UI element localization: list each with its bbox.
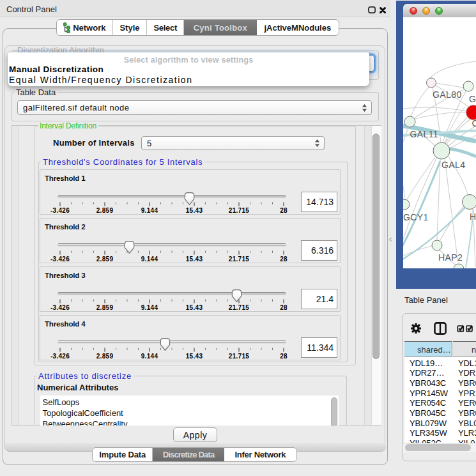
svg-text:H: H [470,211,476,222]
svg-text:GA: GA [469,94,476,104]
svg-text:C: C [472,118,476,128]
svg-text:GAL80: GAL80 [433,89,462,100]
svg-text:GCY1: GCY1 [403,212,429,222]
svg-text:GAL4: GAL4 [441,160,465,170]
svg-text:GAL11: GAL11 [410,129,439,139]
svg-text:HAP2: HAP2 [438,252,463,263]
